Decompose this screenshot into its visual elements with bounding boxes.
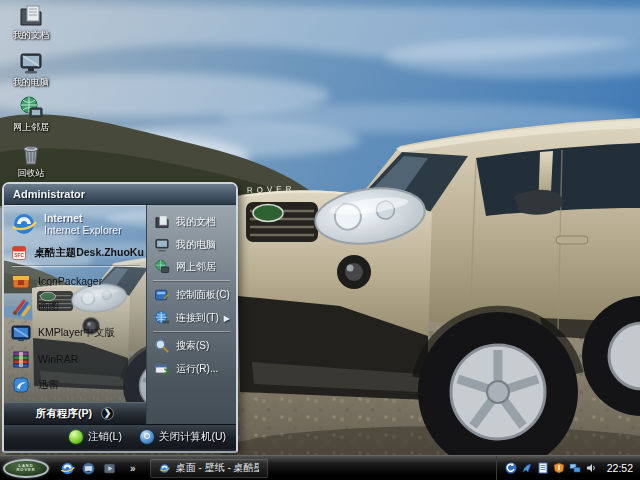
desktop-icon-recycle-bin[interactable]: 回收站: [0, 141, 62, 178]
menu-item-search[interactable]: 搜索(S): [154, 336, 234, 356]
start-menu: Administrator Internet Internet: [2, 182, 238, 453]
desktop-icon-label: 回收站: [0, 168, 62, 178]
media-player-icon[interactable]: [102, 461, 117, 476]
internet-explorer-icon: [159, 462, 170, 475]
desktop-icon-my-computer[interactable]: 我的电脑: [0, 50, 62, 87]
start-menu-header: Administrator: [4, 184, 236, 205]
my-computer-icon: [18, 50, 44, 76]
menu-item-run[interactable]: 运行(R)...: [154, 359, 234, 379]
taskbar-clock: 22:52: [607, 462, 633, 474]
shut-down-button[interactable]: 关闭计算机(U): [140, 430, 226, 444]
task-button-wallpaper-page[interactable]: 桌面 - 壁纸 - 桌酷壁...: [150, 459, 268, 478]
menu-item-kmplayer[interactable]: KMPlayer中文版: [11, 321, 144, 345]
network-places-icon: [154, 259, 170, 275]
menu-separator: [153, 280, 230, 281]
desktop-screen: ROVER: [0, 0, 640, 480]
my-documents-icon: [154, 214, 170, 230]
menu-item-label: 控制面板(C): [176, 288, 230, 302]
menu-item-label: IconPackager: [38, 275, 102, 287]
log-off-button[interactable]: 注销(L): [69, 430, 122, 444]
tray-volume-icon[interactable]: [585, 462, 597, 474]
menu-item-my-documents[interactable]: 我的文档: [154, 212, 234, 232]
internet-explorer-icon: [11, 211, 37, 237]
all-programs-button[interactable]: 所有程序(P) ❯: [4, 402, 146, 424]
my-documents-icon: [18, 3, 44, 29]
menu-item-label: 我的文档: [176, 215, 216, 229]
thunder-icon: [11, 375, 31, 395]
system-tray: 22:52: [496, 456, 640, 480]
menu-item-label: 画图: [38, 300, 59, 314]
menu-item-thunder[interactable]: 迅雷: [11, 373, 144, 397]
menu-item-label: WinRAR: [38, 353, 78, 365]
menu-item-sublabel: Internet Explorer: [44, 224, 122, 236]
zhuoku-theme-icon: SFC: [11, 243, 27, 263]
submenu-arrow-icon: ▶: [224, 314, 230, 323]
menu-item-network-places[interactable]: 网上邻居: [154, 257, 234, 277]
menu-item-paint[interactable]: 画图: [11, 295, 144, 319]
log-off-icon: [69, 430, 83, 444]
tray-rotate-icon[interactable]: [505, 462, 517, 474]
menu-item-label: 连接到(T): [176, 311, 219, 325]
svg-text:SFC: SFC: [14, 253, 24, 258]
start-menu-footer: 注销(L) 关闭计算机(U): [4, 424, 236, 449]
user-name: Administrator: [13, 188, 85, 200]
internet-explorer-icon[interactable]: [60, 461, 75, 476]
start-menu-right-panel: 我的文档 我的电脑 网上邻居: [146, 205, 236, 424]
menu-item-control-panel[interactable]: 控制面板(C): [154, 285, 234, 305]
menu-separator: [12, 266, 140, 267]
menu-item-internet[interactable]: Internet Internet Explorer: [11, 208, 144, 240]
all-programs-label: 所有程序(P): [36, 407, 92, 421]
menu-item-label: KMPlayer中文版: [38, 326, 115, 340]
search-icon: [154, 338, 170, 354]
show-desktop-icon[interactable]: [81, 461, 96, 476]
start-button-text: ROVER: [16, 468, 35, 472]
menu-item-label: 网上邻居: [176, 260, 216, 274]
tray-document-icon[interactable]: [537, 462, 549, 474]
menu-item-iconpackager[interactable]: IconPackager: [11, 269, 144, 293]
iconpackager-icon: [11, 271, 31, 291]
quick-launch-bar: »: [60, 461, 136, 476]
start-menu-left-panel: Internet Internet Explorer SFC 桌酷主题Desk.…: [4, 205, 146, 424]
my-computer-icon: [154, 237, 170, 253]
tray-arrow-icon[interactable]: [521, 462, 533, 474]
menu-item-winrar[interactable]: WinRAR: [11, 347, 144, 371]
menu-item-label: 迅雷: [38, 378, 59, 392]
menu-item-label: 桌酷主题Desk.ZhuoKu.Com: [34, 246, 144, 260]
log-off-label: 注销(L): [88, 430, 122, 444]
desktop-icon-label: 网上邻居: [0, 122, 62, 132]
shut-down-icon: [140, 430, 154, 444]
desktop-icon-label: 我的电脑: [0, 77, 62, 87]
start-button[interactable]: LAND ROVER: [3, 459, 49, 478]
tray-security-icon[interactable]: [553, 462, 565, 474]
desktop-icon-my-documents[interactable]: 我的文档: [0, 3, 62, 40]
winrar-icon: [11, 349, 31, 369]
menu-separator: [153, 331, 230, 332]
desktop-icon-network-places[interactable]: 网上邻居: [0, 95, 62, 132]
kmplayer-icon: [11, 323, 31, 343]
recycle-bin-icon: [18, 141, 44, 167]
taskbar: LAND ROVER »: [0, 455, 640, 480]
menu-item-label: Internet: [44, 212, 122, 224]
task-button-label: 桌面 - 壁纸 - 桌酷壁...: [176, 461, 259, 475]
run-icon: [154, 361, 170, 377]
desktop-icon-label: 我的文档: [0, 30, 62, 40]
menu-item-label: 运行(R)...: [176, 362, 218, 376]
menu-item-my-computer[interactable]: 我的电脑: [154, 235, 234, 255]
shut-down-label: 关闭计算机(U): [159, 430, 226, 444]
paint-icon: [11, 297, 31, 317]
tray-network-icon[interactable]: [569, 462, 581, 474]
network-places-icon: [18, 95, 44, 121]
menu-item-zhuoku-theme[interactable]: SFC 桌酷主题Desk.ZhuoKu.Com: [11, 242, 144, 264]
connect-to-icon: [154, 310, 170, 326]
all-programs-arrow-icon: ❯: [101, 407, 114, 420]
menu-item-label: 搜索(S): [176, 339, 209, 353]
quick-launch-overflow-chevron[interactable]: »: [130, 463, 136, 474]
menu-item-label: 我的电脑: [176, 238, 216, 252]
menu-item-connect-to[interactable]: 连接到(T) ▶: [154, 308, 234, 328]
control-panel-icon: [154, 287, 170, 303]
